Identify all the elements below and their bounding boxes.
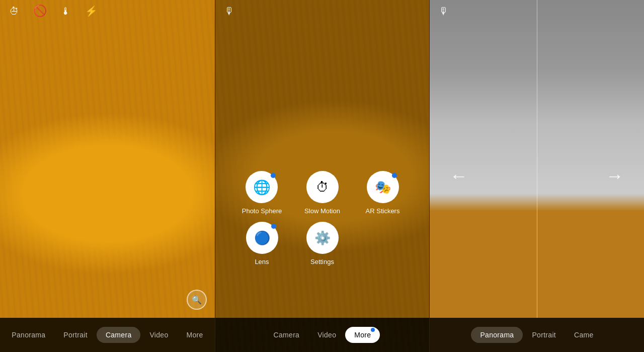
lens-icon-wrap: 🔵 xyxy=(246,222,278,254)
mode-portrait-left[interactable]: Portrait xyxy=(54,327,97,343)
right-mode-bar: Panorama Portrait Came xyxy=(430,318,644,352)
photo-sphere-icon-wrap: 🌐 xyxy=(246,171,278,203)
lens-dot xyxy=(271,224,276,229)
slow-motion-icon: ⏱ xyxy=(316,180,329,195)
mode-video-mid[interactable]: Video xyxy=(308,327,345,343)
ar-stickers-icon: 🎭 xyxy=(375,180,391,195)
menu-item-photo-sphere[interactable]: 🌐 Photo Sphere xyxy=(242,171,282,215)
mic-off-icon-mid: 🎙 xyxy=(224,6,234,17)
lens-label: Lens xyxy=(255,258,269,266)
left-panel: ⏱̶ 🚫 🌡 ⚡ 🔍 Panorama Portrait Camera Vide… xyxy=(0,0,215,352)
photo-sphere-icon: 🌐 xyxy=(253,179,271,196)
mid-panel: 🎙 🌐 Photo Sphere ⏱ Slow Motion 🎭 AR Stic… xyxy=(215,0,430,352)
camera-off-icon: 🚫 xyxy=(33,5,47,18)
lens-shortcut-icon: 🔍 xyxy=(192,295,202,305)
mid-mode-bar: Camera Video More xyxy=(215,318,429,352)
mode-more-mid[interactable]: More xyxy=(345,327,380,343)
settings-icon: ⚙️ xyxy=(314,230,331,246)
lens-icon: 🔵 xyxy=(254,230,270,246)
mode-portrait-right[interactable]: Portrait xyxy=(523,327,565,343)
more-dot-indicator: More xyxy=(354,331,371,339)
mode-camera-left[interactable]: Camera xyxy=(97,327,141,343)
panorama-guide-line xyxy=(537,0,537,318)
menu-item-slow-motion[interactable]: ⏱ Slow Motion xyxy=(304,171,340,215)
thermometer-icon: 🌡 xyxy=(61,6,71,17)
left-camera-bg xyxy=(0,0,215,352)
mode-camera-mid[interactable]: Camera xyxy=(265,327,309,343)
photo-sphere-label: Photo Sphere xyxy=(242,207,282,215)
more-menu: 🌐 Photo Sphere ⏱ Slow Motion 🎭 AR Sticke… xyxy=(234,171,411,266)
flash-off-icon: ⚡ xyxy=(85,5,98,17)
mode-camera-right[interactable]: Came xyxy=(565,327,603,343)
ar-stickers-dot xyxy=(392,173,397,178)
ar-stickers-icon-wrap: 🎭 xyxy=(367,171,399,203)
lens-shortcut-button[interactable]: 🔍 xyxy=(187,290,207,310)
mode-panorama-left[interactable]: Panorama xyxy=(3,327,54,343)
mic-off-icon-right: 🎙 xyxy=(439,6,449,17)
left-mode-bar: Panorama Portrait Camera Video More xyxy=(0,318,215,352)
settings-label: Settings xyxy=(310,258,334,266)
menu-item-ar-stickers[interactable]: 🎭 AR Stickers xyxy=(366,171,400,215)
menu-item-settings[interactable]: ⚙️ Settings xyxy=(306,222,339,266)
slow-motion-label: Slow Motion xyxy=(304,207,340,215)
timer-off-icon: ⏱̶ xyxy=(9,6,19,17)
settings-icon-wrap: ⚙️ xyxy=(306,222,339,254)
photo-sphere-dot xyxy=(271,173,276,178)
mid-status-bar: 🎙 xyxy=(215,0,429,22)
menu-item-lens[interactable]: 🔵 Lens xyxy=(246,222,278,266)
mode-panorama-right[interactable]: Panorama xyxy=(471,327,523,343)
left-status-bar: ⏱̶ 🚫 🌡 ⚡ xyxy=(0,0,215,22)
ar-stickers-label: AR Stickers xyxy=(366,207,400,215)
slow-motion-icon-wrap: ⏱ xyxy=(306,171,339,203)
right-panel: 🎙 ← → Panorama Portrait Came xyxy=(430,0,644,352)
mode-video-left[interactable]: Video xyxy=(140,327,177,343)
mode-more-left[interactable]: More xyxy=(178,327,212,343)
